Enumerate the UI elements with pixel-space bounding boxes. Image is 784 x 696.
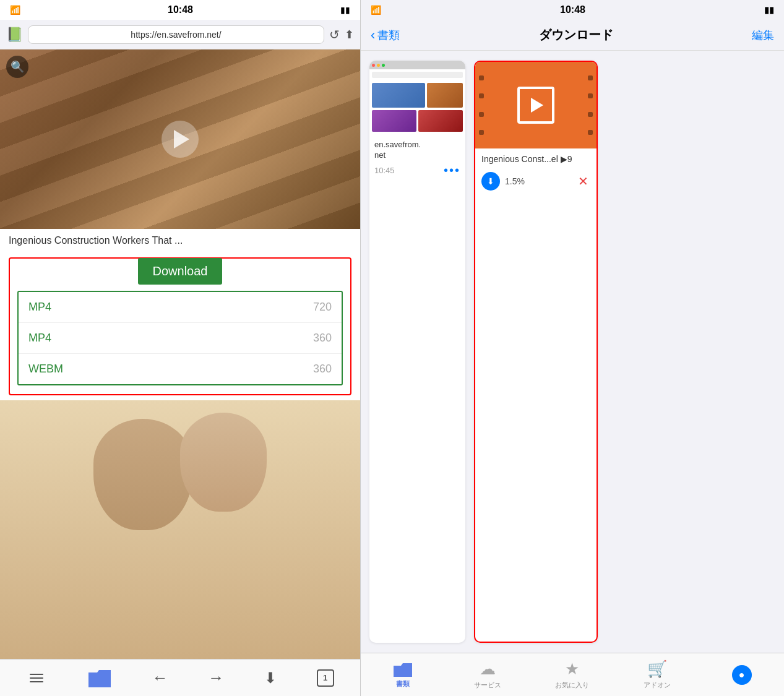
film-hole-8 bbox=[588, 130, 593, 135]
video-card-title: Ingenious Const...el ▶9 bbox=[481, 153, 590, 165]
video-title: Ingenious Construction Workers That ... bbox=[0, 229, 360, 252]
thumb-content bbox=[369, 69, 465, 135]
face-left bbox=[93, 419, 192, 530]
website-thumbnail bbox=[369, 61, 465, 135]
star-icon: ★ bbox=[565, 659, 579, 679]
minimize-dot bbox=[377, 64, 380, 67]
film-hole-1 bbox=[479, 75, 484, 80]
film-hole-5 bbox=[588, 75, 593, 80]
format-name-2: MP4 bbox=[28, 332, 51, 345]
tab-addons-label: アドオン bbox=[644, 681, 671, 690]
cart-icon: 🛒 bbox=[647, 659, 667, 679]
progress-download-button[interactable]: ⬇ bbox=[481, 172, 500, 191]
bookmarks-icon[interactable]: 📗 bbox=[6, 27, 23, 43]
video-download-card[interactable]: Ingenious Const...el ▶9 ⬇ 1.5% ✕ bbox=[474, 61, 598, 643]
tab-service[interactable]: ☁ サービス bbox=[463, 659, 512, 690]
time-right: 10:48 bbox=[560, 4, 585, 15]
left-bottom-toolbar: ← → ⬇ 1 bbox=[0, 659, 360, 696]
thumb-images-row1 bbox=[372, 83, 463, 108]
play-button[interactable] bbox=[162, 121, 199, 158]
video-card-progress: ⬇ 1.5% ✕ bbox=[475, 167, 597, 197]
tab-favorites[interactable]: ★ お気に入り bbox=[548, 659, 597, 690]
status-bar-right: 📶 10:48 ▮▮ bbox=[361, 0, 784, 20]
card-time-row: 10:45 ••• bbox=[374, 163, 460, 178]
sidebar-toggle-button[interactable] bbox=[26, 670, 47, 686]
film-hole-7 bbox=[588, 112, 593, 117]
menu-line-1 bbox=[30, 674, 43, 675]
face-right bbox=[180, 413, 267, 512]
cancel-download-button[interactable]: ✕ bbox=[575, 174, 590, 189]
thumb-img-3 bbox=[372, 110, 416, 132]
nav-bar: ‹ 書類 ダウンロード 編集 bbox=[361, 20, 784, 51]
site-name: en.savefrom.net bbox=[374, 140, 460, 161]
downloads-grid: en.savefrom.net 10:45 ••• bbox=[361, 51, 784, 653]
tab-favorites-label: お気に入り bbox=[555, 681, 589, 690]
film-strip-left bbox=[478, 62, 485, 148]
thumb-images-row2 bbox=[372, 110, 463, 132]
film-hole-2 bbox=[479, 93, 484, 98]
close-dot bbox=[372, 64, 375, 67]
website-card[interactable]: en.savefrom.net 10:45 ••• bbox=[369, 61, 465, 643]
battery-icon-right: ▮▮ bbox=[764, 5, 774, 15]
time-left: 10:48 bbox=[168, 4, 193, 15]
more-options-icon[interactable]: ••• bbox=[444, 163, 460, 178]
cloud-icon: ☁ bbox=[480, 659, 496, 679]
play-triangle-icon bbox=[174, 130, 189, 148]
bottom-content-area: ← → ⬇ 1 bbox=[0, 400, 360, 696]
progress-percentage: 1.5% bbox=[505, 176, 571, 186]
battery-icon-left: ▮▮ bbox=[340, 5, 350, 15]
film-hole-3 bbox=[479, 112, 484, 117]
browser-chrome bbox=[369, 61, 465, 69]
format-res-1: 720 bbox=[313, 301, 332, 314]
tab-service-label: サービス bbox=[474, 681, 501, 690]
tab-documents-label: 書類 bbox=[396, 679, 410, 689]
format-list: MP4 720 MP4 360 WEBM 360 bbox=[17, 291, 343, 385]
format-row-mp4-720[interactable]: MP4 720 bbox=[19, 292, 342, 323]
url-bar-preview bbox=[372, 72, 463, 78]
share-icon[interactable]: ⬆ bbox=[345, 28, 354, 41]
fullscreen-dot bbox=[382, 64, 385, 67]
nav-edit-button[interactable]: 編集 bbox=[752, 28, 774, 43]
menu-line-3 bbox=[30, 681, 43, 682]
card-time: 10:45 bbox=[374, 166, 395, 175]
wifi-icon-right: 📶 bbox=[371, 5, 381, 15]
film-strip-right bbox=[587, 62, 594, 148]
folder-tab-icon bbox=[393, 661, 413, 677]
format-row-mp4-360[interactable]: MP4 360 bbox=[19, 323, 342, 354]
video-card-info: Ingenious Const...el ▶9 bbox=[475, 148, 597, 167]
tab-browser[interactable]: ● bbox=[717, 665, 767, 685]
format-row-webm-360[interactable]: WEBM 360 bbox=[19, 354, 342, 384]
right-tab-bar: 書類 ☁ サービス ★ お気に入り 🛒 アドオン ● bbox=[361, 653, 784, 696]
right-panel: 📶 10:48 ▮▮ ‹ 書類 ダウンロード 編集 bbox=[361, 0, 784, 696]
pages-badge[interactable]: 1 bbox=[317, 669, 334, 687]
film-hole-6 bbox=[588, 93, 593, 98]
compass-icon: ● bbox=[732, 665, 752, 685]
compass-symbol: ● bbox=[739, 669, 745, 681]
menu-line-2 bbox=[30, 677, 43, 679]
tab-documents[interactable]: 書類 bbox=[378, 661, 428, 689]
website-card-info: en.savefrom.net 10:45 ••• bbox=[369, 135, 465, 183]
face-image bbox=[0, 400, 360, 696]
back-arrow-icon[interactable]: ← bbox=[152, 668, 168, 687]
nav-back-label: 書類 bbox=[377, 28, 400, 43]
format-res-2: 360 bbox=[313, 332, 332, 345]
pages-count: 1 bbox=[323, 673, 327, 682]
forward-arrow-icon[interactable]: → bbox=[208, 668, 224, 687]
wifi-icon-left: 📶 bbox=[10, 5, 20, 15]
url-input[interactable]: https://en.savefrom.net/ bbox=[28, 25, 324, 44]
video-card-thumbnail bbox=[475, 62, 597, 148]
tab-addons[interactable]: 🛒 アドオン bbox=[632, 659, 682, 690]
search-icon-left[interactable]: 🔍 bbox=[6, 56, 28, 78]
download-button[interactable]: Download bbox=[138, 258, 223, 285]
folder-icon[interactable] bbox=[87, 668, 112, 689]
back-chevron-icon: ‹ bbox=[371, 27, 375, 43]
download-toolbar-icon[interactable]: ⬇ bbox=[264, 669, 277, 687]
video-play-icon bbox=[517, 87, 554, 124]
format-res-3: 360 bbox=[313, 363, 332, 376]
address-bar: 📗 https://en.savefrom.net/ ↺ ⬆ bbox=[0, 20, 360, 49]
nav-back-button[interactable]: ‹ 書類 bbox=[371, 27, 400, 43]
download-arrow-icon: ⬇ bbox=[487, 176, 494, 186]
format-name-3: WEBM bbox=[28, 363, 63, 376]
download-section: Download MP4 720 MP4 360 WEBM 360 bbox=[9, 257, 351, 395]
reload-icon[interactable]: ↺ bbox=[329, 27, 340, 42]
